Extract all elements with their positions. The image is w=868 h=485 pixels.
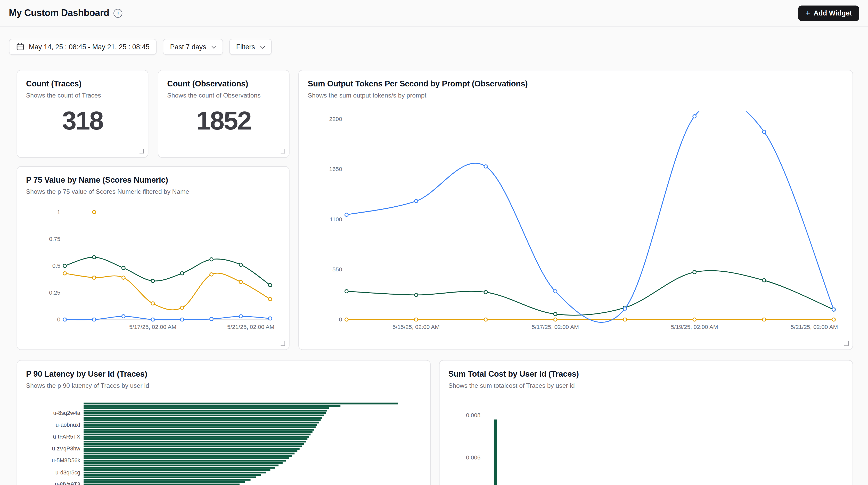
chevron-down-icon — [260, 43, 265, 49]
svg-text:5/21/25, 02:00 AM: 5/21/25, 02:00 AM — [227, 324, 274, 330]
svg-text:5/21/25, 02:00 AM: 5/21/25, 02:00 AM — [790, 324, 838, 330]
total-cost-bar-chart: 0.0080.006 — [448, 400, 845, 485]
widget-subtitle: Shows the sum output tokens/s by prompt — [308, 92, 844, 98]
widget-subtitle: Shows the p 75 value of Scores Numeric f… — [26, 188, 280, 195]
svg-text:u-8fVa9T3: u-8fVa9T3 — [55, 481, 81, 485]
svg-text:1100: 1100 — [330, 216, 342, 223]
svg-text:u-tFAR5TX: u-tFAR5TX — [53, 434, 80, 440]
toolbar: May 14, 25 : 08:45 - May 21, 25 : 08:45 … — [9, 39, 859, 55]
widget-total-cost: Sum Total Cost by User Id (Traces) Shows… — [439, 360, 853, 485]
svg-text:u-8sq2w4a: u-8sq2w4a — [53, 410, 80, 416]
plus-icon: + — [805, 8, 810, 17]
widget-count-traces: Count (Traces) Shows the count of Traces… — [17, 70, 148, 158]
widget-title: Sum Output Tokens Per Second by Prompt (… — [308, 79, 844, 88]
svg-text:1: 1 — [57, 209, 60, 215]
svg-text:0.008: 0.008 — [466, 412, 480, 419]
page-title: My Custom Dashboard — [9, 7, 109, 19]
dashboard-page: My Custom Dashboard i + Add Widget May 1… — [0, 0, 868, 485]
widget-subtitle: Shows the sum totalcost of Traces by use… — [448, 382, 844, 389]
page-header: My Custom Dashboard i + Add Widget — [0, 0, 868, 27]
resize-handle-icon[interactable] — [281, 341, 285, 345]
svg-text:5/17/25, 02:00 AM: 5/17/25, 02:00 AM — [532, 324, 579, 330]
page-title-group: My Custom Dashboard i — [9, 7, 123, 19]
info-icon[interactable]: i — [114, 8, 123, 17]
widget-tokens-per-second: Sum Output Tokens Per Second by Prompt (… — [298, 70, 853, 350]
svg-text:5/19/25, 02:00 AM: 5/19/25, 02:00 AM — [671, 324, 718, 330]
svg-text:0.006: 0.006 — [466, 454, 480, 461]
widget-title: P 75 Value by Name (Scores Numeric) — [26, 176, 280, 184]
widget-title: Count (Traces) — [26, 79, 139, 88]
observations-count-value: 1852 — [167, 107, 280, 133]
svg-text:550: 550 — [332, 266, 342, 273]
date-preset-value: Past 7 days — [170, 43, 206, 51]
filters-button[interactable]: Filters — [229, 39, 272, 55]
svg-text:5/15/25, 02:00 AM: 5/15/25, 02:00 AM — [393, 324, 440, 330]
widget-title: Sum Total Cost by User Id (Traces) — [448, 369, 844, 378]
date-range-picker[interactable]: May 14, 25 : 08:45 - May 21, 25 : 08:45 — [9, 39, 157, 55]
add-widget-button[interactable]: + Add Widget — [798, 5, 859, 21]
add-widget-label: Add Widget — [814, 9, 852, 17]
widget-p75-value: P 75 Value by Name (Scores Numeric) Show… — [17, 166, 289, 350]
p90-latency-bar-chart: u-8sq2w4au-aobnuxfu-tFAR5TXu-zVqP3hwu-5M… — [26, 400, 423, 485]
widget-subtitle: Shows the count of Traces — [26, 92, 139, 98]
calendar-icon — [16, 42, 24, 51]
date-preset-select[interactable]: Past 7 days — [163, 39, 223, 55]
filters-label: Filters — [236, 43, 255, 51]
p75-value-line-chart: 10.750.50.2505/17/25, 02:00 AM5/21/25, 0… — [26, 207, 281, 337]
svg-text:u-5M8D56k: u-5M8D56k — [52, 457, 80, 463]
widget-subtitle: Shows the count of Observations — [167, 92, 280, 98]
chevron-down-icon — [211, 43, 216, 49]
svg-text:2200: 2200 — [329, 116, 342, 122]
widget-count-observations: Count (Observations) Shows the count of … — [158, 70, 289, 158]
widget-subtitle: Shows the p 90 latency of Traces by user… — [26, 382, 422, 389]
resize-handle-icon[interactable] — [140, 149, 144, 153]
tokens-per-second-line-chart: 22001650110055005/15/25, 02:00 AM5/17/25… — [308, 111, 845, 339]
traces-count-value: 318 — [26, 107, 139, 133]
resize-handle-icon[interactable] — [844, 341, 849, 345]
svg-text:1650: 1650 — [329, 166, 342, 172]
widget-title: P 90 Latency by User Id (Traces) — [26, 369, 422, 378]
svg-text:0.25: 0.25 — [49, 290, 60, 296]
svg-text:0.75: 0.75 — [49, 236, 60, 242]
svg-text:u-aobnuxf: u-aobnuxf — [56, 422, 80, 428]
svg-text:0: 0 — [339, 316, 342, 323]
svg-text:0.5: 0.5 — [52, 263, 60, 269]
resize-handle-icon[interactable] — [281, 149, 285, 153]
widget-p90-latency: P 90 Latency by User Id (Traces) Shows t… — [17, 360, 431, 485]
svg-text:u-zVqP3hw: u-zVqP3hw — [52, 446, 81, 452]
widget-title: Count (Observations) — [167, 79, 280, 88]
svg-text:5/17/25, 02:00 AM: 5/17/25, 02:00 AM — [129, 324, 176, 330]
date-range-value: May 14, 25 : 08:45 - May 21, 25 : 08:45 — [29, 43, 150, 51]
svg-text:0: 0 — [57, 316, 60, 323]
svg-text:u-d3qr5cg: u-d3qr5cg — [56, 469, 81, 476]
